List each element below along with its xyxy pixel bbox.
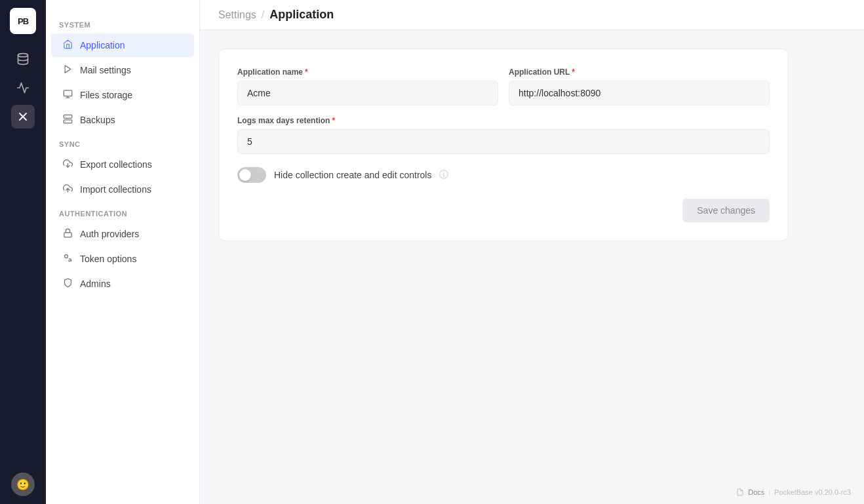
auth-section-label: Authentication [46, 202, 199, 222]
info-icon[interactable]: ⓘ [439, 169, 448, 181]
app-logo[interactable]: PB [10, 8, 36, 34]
user-avatar[interactable]: 🙂 [11, 473, 35, 496]
app-name-label: Application name * [237, 68, 498, 77]
sidebar-item-import-label: Import collections [80, 184, 151, 195]
mail-settings-icon [62, 64, 73, 76]
token-options-icon [62, 253, 73, 265]
database-nav-icon[interactable] [11, 47, 35, 71]
settings-nav-icon[interactable] [11, 105, 35, 128]
topbar: Settings / Application [200, 0, 864, 30]
footer: Docs | PocketBase v0.20.0-rc3 [736, 488, 851, 496]
files-storage-icon [62, 89, 73, 101]
chart-nav-icon[interactable] [11, 76, 35, 100]
breadcrumb-current: Application [269, 8, 334, 22]
svg-marker-3 [65, 66, 71, 73]
app-url-required: * [572, 68, 575, 77]
actions-row: Save changes [237, 199, 770, 222]
toggle-label: Hide collection create and edit controls [274, 170, 431, 180]
sidebar-item-auth-providers-label: Auth providers [80, 229, 139, 239]
backups-icon [62, 114, 73, 126]
svg-rect-4 [64, 90, 72, 96]
application-nav-icon [62, 39, 73, 51]
sidebar-item-admins[interactable]: Admins [51, 272, 194, 296]
sidebar-item-mail-label: Mail settings [80, 65, 131, 75]
save-changes-button[interactable]: Save changes [682, 199, 770, 222]
sidebar-item-application[interactable]: Application [51, 33, 194, 57]
hide-controls-toggle[interactable] [237, 167, 266, 183]
toggle-track[interactable] [237, 167, 266, 183]
sidebar-item-token-options[interactable]: Token options [51, 247, 194, 271]
app-url-input[interactable] [509, 81, 770, 106]
breadcrumb-settings[interactable]: Settings [218, 9, 256, 21]
version-label: PocketBase v0.20.0-rc3 [774, 488, 851, 496]
app-url-label: Application URL * [509, 68, 770, 77]
svg-point-0 [18, 54, 28, 57]
sidebar-item-export-collections[interactable]: Export collections [51, 153, 194, 176]
import-collections-icon [62, 184, 73, 195]
docs-icon [736, 488, 744, 496]
sidebar-item-admins-label: Admins [80, 279, 111, 289]
sync-section-label: Sync [46, 132, 199, 152]
sidebar-item-application-label: Application [80, 40, 125, 50]
sidebar-item-backups[interactable]: Backups [51, 108, 194, 132]
app-name-required: * [305, 68, 308, 77]
docs-link[interactable]: Docs [748, 488, 764, 496]
main-content: Settings / Application Application name … [200, 0, 864, 504]
sidebar-item-auth-providers[interactable]: Auth providers [51, 222, 194, 246]
nav-sidebar: System Application Mail settings Files s… [46, 0, 200, 504]
logs-required: * [332, 116, 335, 125]
export-collections-icon [62, 159, 73, 170]
breadcrumb-separator: / [262, 9, 264, 21]
sidebar-item-files-label: Files storage [80, 90, 132, 100]
app-name-input[interactable] [237, 81, 498, 106]
logs-retention-field: Logs max days retention * [237, 116, 770, 154]
sidebar-item-files-storage[interactable]: Files storage [51, 83, 194, 107]
svg-point-14 [64, 255, 68, 258]
sidebar-item-backups-label: Backups [80, 115, 115, 125]
sidebar-item-mail-settings[interactable]: Mail settings [51, 58, 194, 82]
sidebar-item-export-label: Export collections [80, 159, 152, 170]
icon-sidebar: PB 🙂 [0, 0, 46, 504]
toggle-row: Hide collection create and edit controls… [237, 167, 770, 183]
logs-retention-input[interactable] [237, 129, 770, 154]
auth-providers-icon [62, 228, 73, 240]
content-area: Application name * Application URL * [200, 30, 864, 504]
form-row-logs: Logs max days retention * [237, 116, 770, 154]
system-section-label: System [46, 13, 199, 33]
svg-rect-13 [64, 233, 71, 237]
sidebar-item-token-label: Token options [80, 254, 136, 264]
logs-retention-label: Logs max days retention * [237, 116, 770, 125]
admins-icon [62, 278, 73, 290]
form-row-top: Application name * Application URL * [237, 68, 770, 106]
app-name-field: Application name * [237, 68, 498, 106]
sidebar-item-import-collections[interactable]: Import collections [51, 178, 194, 201]
settings-card: Application name * Application URL * [218, 48, 789, 241]
app-url-field: Application URL * [509, 68, 770, 106]
